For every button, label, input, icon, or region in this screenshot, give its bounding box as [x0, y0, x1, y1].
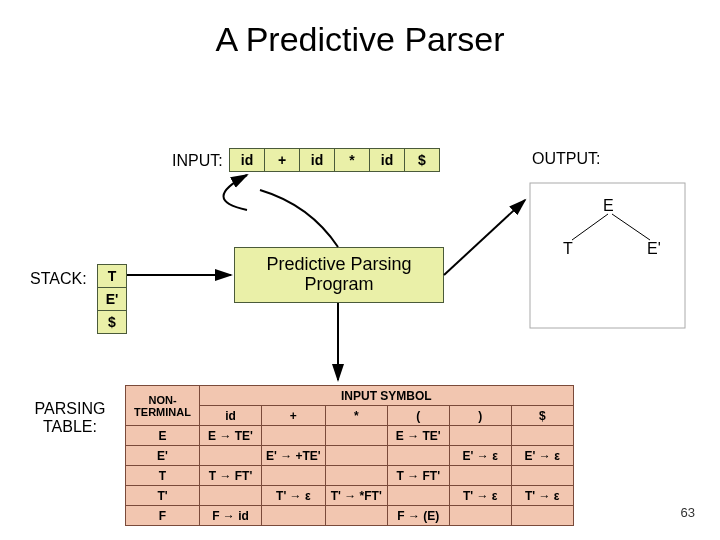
tree-node-right: E': [647, 240, 661, 258]
predictive-parsing-box: Predictive Parsing Program: [234, 247, 444, 303]
ptcell: [449, 426, 511, 446]
tape-cell: $: [404, 148, 440, 172]
svg-line-1: [444, 200, 525, 275]
stack-label: STACK:: [30, 270, 87, 288]
parsing-table-label: PARSING TABLE:: [30, 400, 110, 436]
ptcell: T' → ε: [262, 486, 326, 506]
parsing-table: NON-TERMINAL INPUT SYMBOL id + * ( ) $ E…: [125, 385, 574, 526]
row-nt: F: [126, 506, 200, 526]
ptcell: [387, 446, 449, 466]
th-nonterminal: NON-TERMINAL: [126, 386, 200, 426]
stack-cell: $: [97, 310, 127, 334]
th-col: +: [262, 406, 326, 426]
th-input-symbol: INPUT SYMBOL: [200, 386, 574, 406]
ptcell: [262, 506, 326, 526]
tape-cell: id: [229, 148, 265, 172]
th-col: (: [387, 406, 449, 426]
th-col: id: [200, 406, 262, 426]
ptcell: [511, 466, 573, 486]
ptcell: [200, 446, 262, 466]
ptcell: E' → ε: [449, 446, 511, 466]
tape-cell: id: [299, 148, 335, 172]
svg-line-4: [612, 214, 650, 240]
ptcell: E → TE': [387, 426, 449, 446]
row-nt: T: [126, 466, 200, 486]
input-tape: id + id * id $: [229, 148, 440, 172]
ptcell: [325, 446, 387, 466]
th-col: *: [325, 406, 387, 426]
ptcell: [262, 466, 326, 486]
ptcell: [325, 506, 387, 526]
ptcell: E' → +TE': [262, 446, 326, 466]
stack: T E' $: [97, 264, 127, 334]
ptcell: T' → ε: [511, 486, 573, 506]
tree-node-root: E: [603, 197, 614, 215]
ptcell: [200, 486, 262, 506]
stack-cell: E': [97, 287, 127, 311]
row-nt: T': [126, 486, 200, 506]
ptcell: [511, 506, 573, 526]
ptcell: [387, 486, 449, 506]
input-label: INPUT:: [172, 152, 223, 170]
ptcell: F → id: [200, 506, 262, 526]
tree-node-left: T: [563, 240, 573, 258]
ptcell: T → FT': [387, 466, 449, 486]
ptcell: [325, 466, 387, 486]
th-col: $: [511, 406, 573, 426]
ptcell: [325, 426, 387, 446]
ptcell: [262, 426, 326, 446]
stack-cell: T: [97, 264, 127, 288]
ptcell: T → FT': [200, 466, 262, 486]
ptcell: [449, 466, 511, 486]
ptcell: T' → *FT': [325, 486, 387, 506]
ptcell: E' → ε: [511, 446, 573, 466]
ptcell: [449, 506, 511, 526]
output-label: OUTPUT:: [532, 150, 600, 168]
tape-cell: *: [334, 148, 370, 172]
th-col: ): [449, 406, 511, 426]
ptcell: [511, 426, 573, 446]
ptcell: T' → ε: [449, 486, 511, 506]
ptcell: F → (E): [387, 506, 449, 526]
page-number: 63: [681, 505, 695, 520]
row-nt: E': [126, 446, 200, 466]
tape-cell: +: [264, 148, 300, 172]
slide-title: A Predictive Parser: [0, 0, 720, 59]
tape-cell: id: [369, 148, 405, 172]
row-nt: E: [126, 426, 200, 446]
ptcell: E → TE': [200, 426, 262, 446]
svg-line-3: [572, 214, 608, 240]
